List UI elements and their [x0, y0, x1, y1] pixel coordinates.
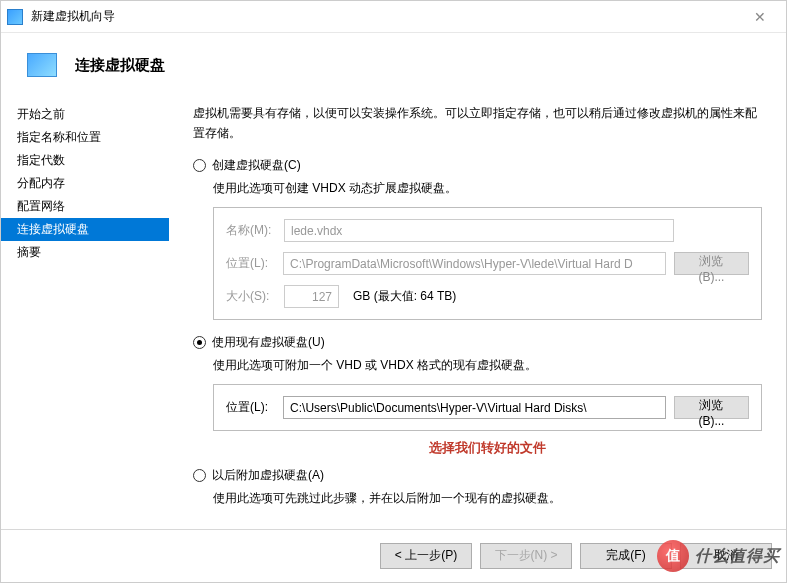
location-input-create: [283, 252, 666, 275]
title-bar: 新建虚拟机向导 ✕: [1, 1, 786, 33]
cancel-button[interactable]: 取消: [680, 543, 772, 569]
step-network[interactable]: 配置网络: [1, 195, 169, 218]
wizard-icon: [27, 53, 57, 77]
size-unit: GB (最大值: 64 TB): [353, 288, 456, 305]
existing-form: 位置(L): 浏览(B)...: [213, 384, 762, 431]
option-create-disk: 创建虚拟硬盘(C) 使用此选项可创建 VHDX 动态扩展虚拟硬盘。 名称(M):…: [193, 157, 762, 320]
size-input: [284, 285, 339, 308]
create-form: 名称(M): 位置(L): 浏览(B)... 大小(S): GB (最大值: 6…: [213, 207, 762, 320]
option-attach-later: 以后附加虚拟硬盘(A) 使用此选项可先跳过此步骤，并在以后附加一个现有的虚拟硬盘…: [193, 467, 762, 507]
step-name-location[interactable]: 指定名称和位置: [1, 126, 169, 149]
finish-button[interactable]: 完成(F): [580, 543, 672, 569]
annotation-text: 选择我们转好的文件: [213, 439, 762, 457]
size-label: 大小(S):: [226, 288, 276, 305]
location-input-existing[interactable]: [283, 396, 666, 419]
radio-create-disk[interactable]: [193, 159, 206, 172]
radio-create-label: 创建虚拟硬盘(C): [212, 157, 301, 174]
option-existing-disk: 使用现有虚拟硬盘(U) 使用此选项可附加一个 VHD 或 VHDX 格式的现有虚…: [193, 334, 762, 457]
browse-button-create: 浏览(B)...: [674, 252, 749, 275]
wizard-steps-sidebar: 开始之前 指定名称和位置 指定代数 分配内存 配置网络 连接虚拟硬盘 摘要: [1, 97, 169, 529]
step-connect-disk[interactable]: 连接虚拟硬盘: [1, 218, 169, 241]
wizard-header: 连接虚拟硬盘: [1, 33, 786, 97]
radio-existing-label: 使用现有虚拟硬盘(U): [212, 334, 325, 351]
existing-desc: 使用此选项可附加一个 VHD 或 VHDX 格式的现有虚拟硬盘。: [213, 357, 762, 374]
step-before-begin[interactable]: 开始之前: [1, 103, 169, 126]
location-label-existing: 位置(L):: [226, 399, 275, 416]
name-input: [284, 219, 674, 242]
step-summary[interactable]: 摘要: [1, 241, 169, 264]
create-desc: 使用此选项可创建 VHDX 动态扩展虚拟硬盘。: [213, 180, 762, 197]
previous-button[interactable]: < 上一步(P): [380, 543, 472, 569]
page-title: 连接虚拟硬盘: [75, 56, 165, 75]
radio-existing-disk[interactable]: [193, 336, 206, 349]
radio-later-label: 以后附加虚拟硬盘(A): [212, 467, 324, 484]
wizard-content: 虚拟机需要具有存储，以便可以安装操作系统。可以立即指定存储，也可以稍后通过修改虚…: [169, 97, 786, 529]
name-label: 名称(M):: [226, 222, 276, 239]
close-button[interactable]: ✕: [740, 1, 780, 32]
step-generation[interactable]: 指定代数: [1, 149, 169, 172]
step-memory[interactable]: 分配内存: [1, 172, 169, 195]
radio-attach-later[interactable]: [193, 469, 206, 482]
app-icon: [7, 9, 23, 25]
browse-button-existing[interactable]: 浏览(B)...: [674, 396, 749, 419]
location-label-create: 位置(L):: [226, 255, 275, 272]
later-desc: 使用此选项可先跳过此步骤，并在以后附加一个现有的虚拟硬盘。: [213, 490, 762, 507]
next-button[interactable]: 下一步(N) >: [480, 543, 572, 569]
window-title: 新建虚拟机向导: [31, 8, 740, 25]
wizard-footer: < 上一步(P) 下一步(N) > 完成(F) 取消 值 什么值得买: [1, 529, 786, 581]
intro-text: 虚拟机需要具有存储，以便可以安装操作系统。可以立即指定存储，也可以稍后通过修改虚…: [193, 103, 762, 143]
